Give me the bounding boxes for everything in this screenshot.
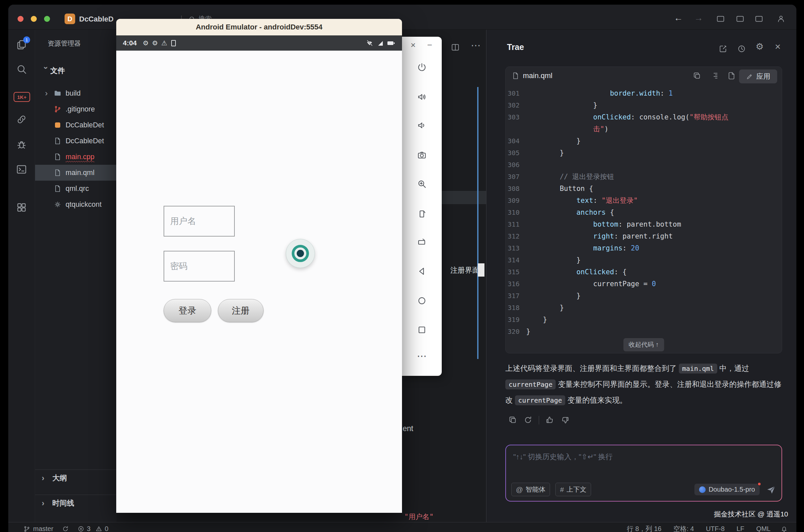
toggle-bottom-panel-icon[interactable]	[736, 15, 744, 23]
send-icon[interactable]	[766, 485, 776, 495]
volume-down-button[interactable]	[417, 120, 427, 130]
insert-code-icon[interactable]	[710, 72, 718, 80]
close-emulator-icon[interactable]: ×	[410, 41, 416, 49]
toggle-right-panel-icon[interactable]	[755, 15, 763, 23]
chevron-down-icon: ›	[41, 66, 51, 75]
editor-scrollbar[interactable]	[477, 87, 478, 359]
activity-references-button[interactable]	[16, 114, 27, 125]
file-item-build[interactable]: ›build	[35, 86, 116, 101]
code-line: 308 Button {	[506, 183, 782, 194]
activity-debug-button[interactable]	[16, 139, 27, 151]
minimize-window-button[interactable]	[31, 16, 37, 22]
project-file-icon	[54, 121, 61, 129]
gear-status-icon: ⚙	[152, 40, 158, 46]
status-bar: master 3 0 行 8，列 16空格: 4UTF-8LFQML	[8, 522, 797, 532]
screenshot-button[interactable]	[417, 150, 427, 160]
file-item-qtquickcont[interactable]: qtquickcont	[35, 196, 116, 212]
outline-section-header[interactable]: › 大纲	[35, 470, 116, 486]
status-item[interactable]: LF	[736, 525, 744, 532]
register-button[interactable]: 注册	[218, 299, 263, 322]
history-icon[interactable]	[737, 44, 746, 53]
regenerate-icon[interactable]	[524, 416, 532, 424]
context-chip[interactable]: # 上下文	[555, 483, 591, 496]
rotate-left-button[interactable]	[417, 209, 427, 219]
emulator-titlebar[interactable]: Android Emulator - androidDev:5554	[116, 19, 402, 35]
status-item[interactable]: QML	[756, 525, 770, 532]
file-item-qml.qrc[interactable]: qml.qrc	[35, 180, 116, 196]
file-item-main.cpp[interactable]: main.cpp	[35, 149, 116, 165]
nav-forward-icon[interactable]: →	[694, 14, 703, 22]
minimize-emulator-icon[interactable]: −	[427, 41, 432, 49]
status-item[interactable]: 行 8，列 16	[627, 525, 661, 532]
zoom-icon	[417, 179, 427, 189]
volume-up-button[interactable]	[417, 92, 427, 102]
activity-terminal-button[interactable]	[16, 164, 27, 175]
model-selector[interactable]: Doubao-1.5-pro	[694, 484, 760, 495]
thumbs-down-icon[interactable]	[561, 416, 569, 424]
pen-sparkle-icon	[746, 73, 753, 80]
status-item[interactable]: UTF-8	[706, 525, 725, 532]
record-button[interactable]	[286, 239, 315, 268]
zoom-button[interactable]	[417, 179, 427, 189]
new-chat-icon[interactable]	[718, 44, 728, 53]
folder-icon	[54, 89, 61, 97]
file-item-main.qml[interactable]: main.qml	[35, 165, 116, 180]
chat-input-placeholder: "↑↓" 切换历史输入，"⇧↵" 换行	[513, 452, 613, 462]
warning-status-icon: ⚠	[161, 40, 167, 46]
file-name: DcCableDet	[66, 137, 104, 145]
thumbs-up-icon[interactable]	[545, 416, 554, 424]
password-input[interactable]: 密码	[164, 251, 235, 282]
account-icon[interactable]	[776, 14, 785, 23]
gear-status-icon: ⚙	[143, 40, 149, 46]
file-item-DcCableDet[interactable]: DcCableDet	[35, 117, 116, 133]
more-options-button[interactable]: ⋯	[417, 351, 427, 361]
activity-search-button[interactable]	[16, 63, 27, 75]
activity-explorer-button[interactable]: 1	[16, 39, 27, 50]
code-line: 击")	[506, 123, 782, 135]
apply-code-button[interactable]: 应用	[739, 70, 777, 83]
rotate-right-button[interactable]	[417, 237, 427, 247]
file-item-DcCableDet[interactable]: DcCableDet	[35, 133, 116, 149]
copy-message-icon[interactable]	[508, 416, 517, 424]
file-icon	[512, 72, 519, 80]
files-section-header[interactable]: › 文件	[35, 63, 116, 79]
settings-gear-icon[interactable]: ⚙	[756, 42, 764, 51]
login-button[interactable]: 登录	[164, 299, 211, 322]
file-name: build	[66, 89, 80, 98]
split-editor-icon[interactable]	[451, 43, 460, 52]
sync-icon[interactable]	[62, 525, 69, 532]
maximize-window-button[interactable]	[44, 16, 50, 22]
branch-name: master	[33, 525, 53, 532]
back-button[interactable]	[417, 266, 427, 276]
bell-icon[interactable]	[781, 525, 788, 532]
timeline-section-header[interactable]: › 时间线	[35, 495, 116, 511]
code-fragment-bottom: "用户名"	[404, 512, 434, 521]
file-icon	[54, 185, 61, 193]
chat-input-box[interactable]: "↑↓" 切换历史输入，"⇧↵" 换行 @ 智能体 # 上下文 Doubao-1…	[505, 445, 782, 501]
file-name: .gitignore	[66, 105, 95, 113]
activity-likes-button[interactable]: 1K+	[14, 92, 30, 102]
export-code-icon[interactable]	[727, 72, 736, 80]
file-name: main.cpp	[66, 153, 94, 161]
close-panel-icon[interactable]: ×	[775, 42, 781, 52]
toggle-left-panel-icon[interactable]	[716, 15, 725, 23]
trae-title: Trae	[507, 42, 524, 52]
file-item-.gitignore[interactable]: .gitignore	[35, 101, 116, 117]
password-placeholder: 密码	[170, 260, 187, 272]
overview-button[interactable]	[417, 325, 427, 335]
git-branch-item[interactable]: master	[23, 525, 53, 532]
code-card-filename: main.qml	[523, 72, 552, 80]
problems-item[interactable]: 3 0	[77, 525, 108, 532]
file-icon	[54, 169, 61, 177]
activity-apps-button[interactable]	[16, 202, 27, 213]
status-item[interactable]: 空格: 4	[673, 525, 694, 532]
nav-back-icon[interactable]: ←	[674, 14, 683, 22]
close-window-button[interactable]	[18, 16, 23, 22]
editor-more-icon[interactable]: ⋯	[471, 40, 481, 50]
copy-code-icon[interactable]	[693, 72, 701, 80]
power-button[interactable]	[417, 62, 427, 72]
home-button[interactable]	[417, 296, 427, 306]
collapse-code-button[interactable]: 收起代码 ↑	[623, 338, 664, 352]
username-input[interactable]: 用户名	[164, 206, 235, 236]
agent-chip[interactable]: @ 智能体	[511, 483, 550, 496]
